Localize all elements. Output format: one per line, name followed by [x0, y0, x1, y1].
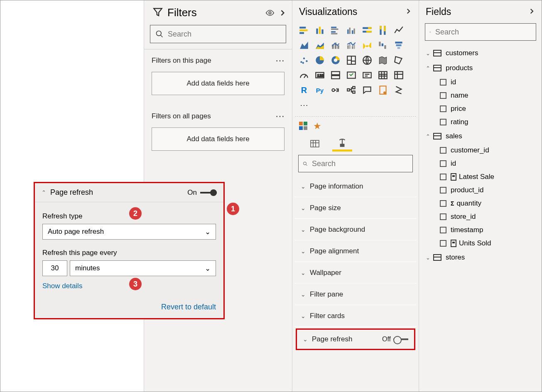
- viz-funnel[interactable]: [391, 38, 406, 52]
- format-wallpaper[interactable]: ⌄Wallpaper: [295, 262, 416, 284]
- format-page-size[interactable]: ⌄Page size: [295, 197, 416, 219]
- viz-donut[interactable]: [328, 53, 343, 67]
- chevron-right-icon[interactable]: [405, 7, 412, 17]
- field-rating[interactable]: rating: [422, 115, 540, 129]
- field-price[interactable]: price: [422, 102, 540, 115]
- field-name[interactable]: name: [422, 89, 540, 102]
- field-store_id[interactable]: store_id: [422, 210, 540, 223]
- viz-hundred-bar[interactable]: [360, 23, 375, 37]
- checkbox[interactable]: [440, 227, 446, 233]
- viz-treemap[interactable]: [344, 53, 359, 67]
- checkbox[interactable]: [440, 79, 446, 86]
- filters-search-input[interactable]: [168, 30, 281, 39]
- viz-line[interactable]: [391, 23, 406, 37]
- field-quantity[interactable]: quantity: [422, 197, 540, 210]
- appsource-visuals-icon[interactable]: [298, 121, 308, 131]
- field-product_id[interactable]: product_id: [422, 184, 540, 197]
- refresh-type-select[interactable]: Auto page refresh ⌄: [42, 224, 216, 240]
- viz-qa[interactable]: [360, 83, 375, 97]
- table-stores[interactable]: ⌄stores: [422, 250, 540, 265]
- table-products[interactable]: ⌃products: [422, 61, 540, 76]
- toggle-on-icon[interactable]: [200, 189, 217, 196]
- svg-rect-5: [316, 29, 318, 34]
- tab-fields[interactable]: [305, 136, 325, 152]
- viz-line-stacked-column[interactable]: [328, 38, 343, 52]
- format-page-alignment[interactable]: ⌄Page alignment: [295, 240, 416, 262]
- format-search-input[interactable]: [312, 159, 408, 168]
- checkbox[interactable]: [440, 240, 446, 247]
- viz-map[interactable]: [360, 53, 375, 67]
- viz-azure-map[interactable]: [391, 83, 406, 97]
- more-icon[interactable]: ⋯: [275, 111, 284, 122]
- interval-value-input[interactable]: [42, 260, 67, 276]
- field-id[interactable]: id: [422, 76, 540, 89]
- fields-search-input[interactable]: [435, 28, 532, 37]
- checkbox[interactable]: [440, 105, 446, 112]
- viz-clustered-column[interactable]: [344, 23, 359, 37]
- callout-header[interactable]: ⌃ Page refresh On: [35, 183, 223, 202]
- fields-search[interactable]: [425, 23, 536, 41]
- viz-stacked-area[interactable]: [312, 38, 327, 52]
- viz-pie[interactable]: [312, 53, 327, 67]
- viz-gauge[interactable]: [297, 68, 311, 82]
- format-page-information[interactable]: ⌄Page information: [295, 176, 416, 197]
- viz-hundred-column[interactable]: [375, 23, 390, 37]
- viz-scatter[interactable]: [297, 53, 311, 67]
- checkbox[interactable]: [440, 174, 446, 180]
- viz-matrix[interactable]: [391, 68, 406, 82]
- viz-more[interactable]: ⋯: [297, 98, 311, 112]
- checkbox[interactable]: [440, 200, 446, 207]
- format-filter-cards[interactable]: ⌄Filter cards: [295, 305, 416, 327]
- chevron-right-icon[interactable]: [528, 7, 535, 17]
- viz-r-visual[interactable]: R: [297, 83, 311, 97]
- viz-stacked-bar[interactable]: [297, 23, 311, 37]
- viz-clustered-bar[interactable]: [328, 23, 343, 37]
- viz-slicer[interactable]: [360, 68, 375, 82]
- format-page-background[interactable]: ⌄Page background: [295, 219, 416, 240]
- viz-ribbon[interactable]: [360, 38, 375, 52]
- viz-waterfall[interactable]: [375, 38, 390, 52]
- format-filter-pane[interactable]: ⌄Filter pane: [295, 284, 416, 305]
- viz-multi-row-card[interactable]: [328, 68, 343, 82]
- checkbox[interactable]: [440, 92, 446, 99]
- viz-card[interactable]: 123: [312, 68, 327, 82]
- revert-to-default-link[interactable]: Revert to default: [35, 297, 223, 318]
- eye-icon[interactable]: [264, 8, 276, 17]
- viz-paginated[interactable]: [375, 83, 390, 97]
- pin-visual-icon[interactable]: ★: [313, 121, 321, 132]
- more-icon[interactable]: ⋯: [275, 55, 284, 66]
- all-filter-dropzone[interactable]: Add data fields here: [152, 127, 284, 151]
- viz-line-clustered-column[interactable]: [344, 38, 359, 52]
- checkbox[interactable]: [440, 213, 446, 220]
- checkbox[interactable]: [440, 187, 446, 194]
- viz-decomposition-tree[interactable]: [344, 83, 359, 97]
- viz-key-influencers[interactable]: [328, 83, 343, 97]
- table-customers[interactable]: ⌄customers: [422, 46, 540, 61]
- field-id[interactable]: id: [422, 157, 540, 170]
- toggle-off-icon[interactable]: [393, 336, 408, 343]
- table-sales[interactable]: ⌃sales: [422, 129, 540, 144]
- chevron-right-icon[interactable]: [276, 9, 289, 17]
- viz-filled-map[interactable]: [375, 53, 390, 67]
- field-customer_id[interactable]: customer_id: [422, 144, 540, 157]
- viz-python-visual[interactable]: Py: [312, 83, 327, 97]
- table-icon: [433, 254, 441, 261]
- viz-kpi[interactable]: [344, 68, 359, 82]
- page-filter-dropzone[interactable]: Add data fields here: [152, 72, 284, 95]
- tab-format[interactable]: [332, 136, 352, 152]
- viz-table[interactable]: [375, 68, 390, 82]
- field-units-sold[interactable]: Units Sold: [422, 237, 540, 250]
- viz-stacked-column[interactable]: [312, 23, 327, 37]
- viz-area[interactable]: [297, 38, 311, 52]
- checkbox[interactable]: [440, 147, 446, 154]
- checkbox[interactable]: [440, 119, 446, 125]
- filters-search[interactable]: [150, 25, 286, 43]
- format-search[interactable]: [298, 155, 413, 172]
- interval-unit-select[interactable]: minutes ⌄: [70, 260, 216, 276]
- checkbox[interactable]: [440, 160, 446, 167]
- format-page-refresh[interactable]: ⌄ Page refresh Off: [296, 328, 415, 350]
- field-latest-sale[interactable]: Latest Sale: [422, 170, 540, 184]
- viz-shape-map[interactable]: [391, 53, 406, 67]
- field-timestamp[interactable]: timestamp: [422, 223, 540, 237]
- show-details-link[interactable]: Show details: [42, 282, 82, 290]
